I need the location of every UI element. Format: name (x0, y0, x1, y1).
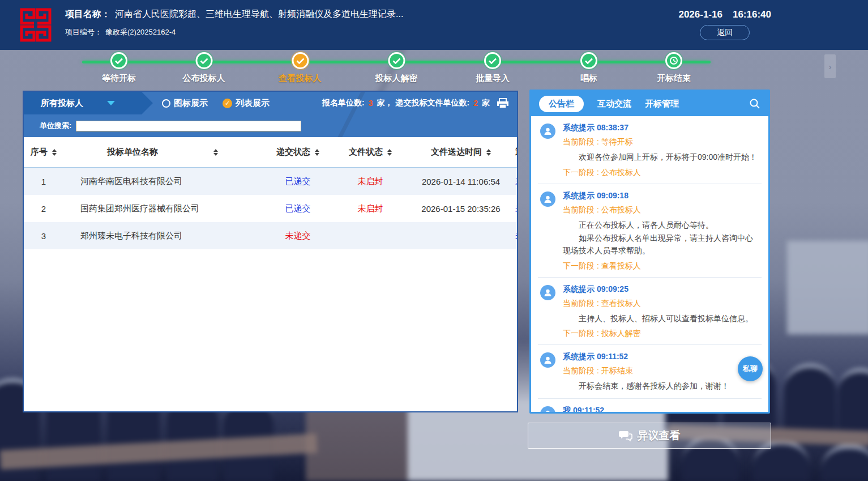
message-list: 系统提示 08:38:37 当前阶段 : 等待开标 欢迎各位参加网上开标，开标将… (531, 116, 768, 412)
project-name-label: 项目名称： (65, 9, 110, 19)
bidder-name: 郑州臻未电子科技有限公司 (63, 231, 262, 241)
header-right: 2026-1-16 16:16:40 返回 (678, 9, 771, 40)
progress-steps: 等待开标 公布投标人 查看投标人 投标人解密 批量导入 唱标 开标结束 (82, 52, 711, 82)
bidder-stats: 报名单位数: 3 家， 递交投标文件单位数: 2 家 (322, 98, 490, 108)
back-button[interactable]: 返回 (700, 25, 750, 40)
bidders-table-body: 1 河南华南医电科技有限公司 已递交 未启封 2026-01-14 11:06:… (24, 168, 517, 249)
objection-label: 异议查看 (638, 428, 681, 443)
step-label: 开标结束 (657, 73, 691, 84)
current-stage: 当前阶段 : 开标结束 (563, 366, 760, 376)
tab-bid-management[interactable]: 开标管理 (645, 99, 679, 109)
next-stage: 下一阶段 : 查看投标人 (563, 261, 760, 271)
message-item: 系统提示 09:11:52 当前阶段 : 开标结束 开标会结束，感谢各投标人的参… (538, 345, 762, 399)
sort-icon[interactable] (315, 149, 319, 156)
submit-status: 已递交 (262, 176, 334, 187)
message-time: 09:11:52 (597, 352, 628, 361)
project-no: 豫政采(2)20252162-4 (105, 28, 176, 36)
step-view-bidders[interactable]: 查看投标人 (279, 52, 322, 84)
announcement-panel: 公告栏 互动交流 开标管理 系统提示 08:38:37 当前阶段 : 等待开标 … (529, 90, 770, 414)
bg-chair (838, 368, 868, 431)
toolbar-row-search: 单位搜索: (24, 114, 517, 137)
view-icon-label: 图标展示 (174, 98, 208, 109)
bidder-name: 国药集团郑州医疗器械有限公司 (63, 203, 262, 214)
step-read-bids[interactable]: 唱标 (580, 52, 597, 84)
step-label: 唱标 (580, 73, 597, 84)
user-avatar-icon (540, 406, 555, 412)
return-status-clipped: 未 (515, 231, 517, 241)
message-item: 我 09:11:52 终止开标，终止开标原因：因本项目递交投标文件不足三家，故本… (538, 399, 762, 412)
submitted-label: 递交投标文件单位数: (396, 98, 470, 108)
tab-bulletin[interactable]: 公告栏 (539, 96, 584, 112)
next-stage: 下一阶段 : 投标人解密 (563, 329, 760, 339)
registered-count: 3 (367, 99, 374, 108)
user-avatar-icon (540, 285, 555, 300)
sort-icon[interactable] (52, 149, 57, 156)
chevron-down-icon (107, 101, 115, 105)
current-time: 16:16:40 (733, 9, 771, 20)
message-body: 欢迎各位参加网上开标，开标将于09:00准时开始！ (563, 151, 760, 164)
message-body: 开标会结束，感谢各投标人的参加，谢谢！ (563, 380, 760, 393)
objection-view-button[interactable]: 异议查看 (528, 423, 771, 449)
row-no: 2 (24, 204, 63, 214)
message-sender: 系统提示 (563, 123, 595, 132)
table-row[interactable]: 1 河南华南医电科技有限公司 已递交 未启封 2026-01-14 11:06:… (24, 168, 517, 195)
next-stage: 下一阶段 : 公布投标人 (563, 168, 760, 178)
step-decrypt[interactable]: 投标人解密 (375, 52, 418, 84)
col-header: 文件状态 (349, 147, 383, 158)
message-body: 主持人、投标人、招标人可以查看投标单位信息。 (563, 313, 760, 325)
view-mode-icon-option[interactable]: 图标展示 (162, 98, 208, 109)
step-finished[interactable]: 开标结束 (657, 52, 691, 84)
filter-label: 所有投标人 (41, 98, 83, 109)
bidders-panel: 所有投标人 图标展示 ✓ 列表展示 报名单位数: 3 家， (23, 91, 518, 412)
delivery-time: 2026-01-14 11:06:54 (407, 177, 515, 186)
print-icon[interactable] (497, 98, 509, 109)
sort-icon[interactable] (387, 149, 392, 156)
view-mode-list-option[interactable]: ✓ 列表展示 (223, 98, 270, 109)
step-label: 公布投标人 (183, 73, 225, 84)
announcement-tabs: 公告栏 互动交流 开标管理 (531, 91, 768, 116)
table-row[interactable]: 2 国药集团郑州医疗器械有限公司 已递交 未启封 2026-01-15 20:3… (24, 195, 517, 222)
step-batch-import[interactable]: 批量导入 (476, 52, 510, 84)
check-icon (580, 52, 597, 69)
radio-unselected-icon (162, 99, 170, 108)
message-body: 正在公布投标人，请各人员耐心等待。 (563, 219, 760, 232)
tab-interaction[interactable]: 互动交流 (597, 99, 631, 109)
step-announce-bidders[interactable]: 公布投标人 (183, 52, 225, 84)
bidders-table-header: 序号 投标单位名称 递交状态 文件状态 文件送达时间 退 (24, 137, 517, 168)
radio-checked-icon: ✓ (223, 99, 232, 108)
user-avatar-icon (540, 191, 555, 207)
private-chat-button[interactable]: 私聊 (738, 356, 763, 381)
check-icon (292, 52, 309, 69)
submitted-count: 2 (472, 99, 479, 108)
message-item: 系统提示 08:38:37 当前阶段 : 等待开标 欢迎各位参加网上开标，开标将… (538, 116, 762, 184)
step-waiting[interactable]: 等待开标 (102, 52, 136, 84)
table-row[interactable]: 3 郑州臻未电子科技有限公司 未递交 未 (24, 222, 517, 249)
delivery-time: 2026-01-15 20:35:26 (407, 204, 515, 214)
message-sender: 我 (563, 406, 571, 412)
submitted-unit: 家 (482, 98, 490, 108)
row-no: 3 (24, 231, 63, 241)
current-stage: 当前阶段 : 公布投标人 (563, 205, 760, 215)
bidder-name: 河南华南医电科技有限公司 (63, 176, 262, 187)
col-header: 文件送达时间 (431, 147, 482, 158)
message-time: 08:38:37 (597, 123, 628, 132)
submit-status: 已递交 (262, 203, 334, 214)
check-icon (110, 52, 127, 69)
project-name: 河南省人民医院彩超、三维电生理导航、射频消融仪及多道电生理记录... (115, 9, 403, 19)
sort-icon[interactable] (486, 149, 491, 156)
bg-chair (784, 364, 836, 431)
message-time: 09:09:18 (597, 191, 628, 200)
col-header-clipped: 退 (515, 147, 517, 158)
bidder-filter-dropdown[interactable]: 所有投标人 (24, 92, 153, 114)
project-no-label: 项目编号： (65, 28, 102, 36)
search-icon[interactable] (749, 98, 760, 109)
current-stage: 当前阶段 : 等待开标 (563, 137, 760, 147)
project-info: 项目名称：河南省人民医院彩超、三维电生理导航、射频消融仪及多道电生理记录... … (65, 8, 403, 37)
unit-search-input[interactable] (76, 121, 301, 131)
check-icon (484, 52, 501, 69)
sort-icon[interactable] (213, 149, 218, 156)
toolbar-row-filter: 所有投标人 图标展示 ✓ 列表展示 报名单位数: 3 家， (24, 92, 517, 114)
current-stage: 当前阶段 : 查看投标人 (563, 299, 760, 309)
collapse-chevron-button[interactable]: › (824, 54, 836, 78)
return-status-clipped: 未 (515, 176, 517, 187)
